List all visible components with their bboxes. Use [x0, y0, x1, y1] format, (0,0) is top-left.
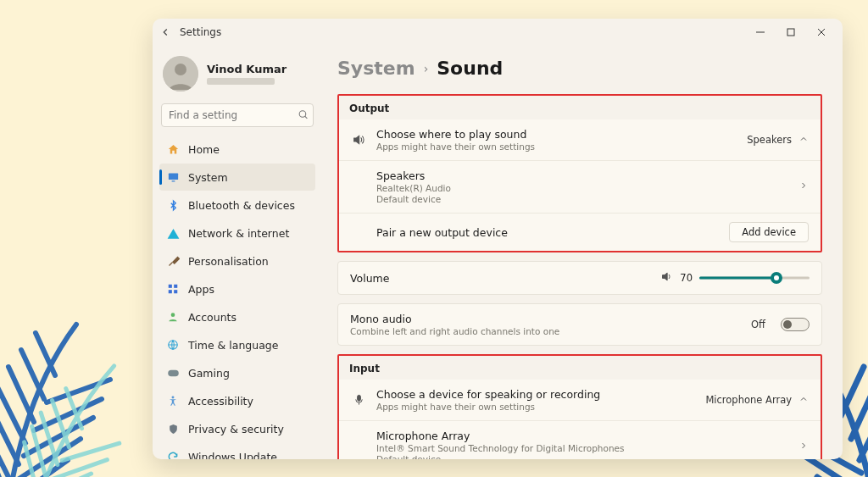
- mono-audio-toggle[interactable]: [781, 318, 810, 331]
- mono-audio-row[interactable]: Mono audio Combine left and right audio …: [337, 303, 822, 346]
- minimize-button[interactable]: [746, 22, 775, 42]
- svg-rect-9: [169, 290, 172, 293]
- sidebar-item-accessibility[interactable]: Accessibility: [159, 387, 315, 414]
- svg-point-3: [175, 64, 186, 75]
- sidebar-item-network[interactable]: Network & internet: [159, 219, 315, 247]
- sidebar-item-label: Gaming: [188, 367, 230, 380]
- person-icon: [166, 310, 180, 324]
- sidebar-item-label: Bluetooth & devices: [188, 199, 295, 212]
- svg-rect-13: [168, 369, 179, 376]
- sidebar-item-time-language[interactable]: Time & language: [159, 331, 315, 358]
- output-volume-label: Volume: [350, 272, 650, 285]
- input-choose-sub: Apps might have their own settings: [376, 402, 695, 412]
- output-pair-row: Pair a new output device Add device: [339, 213, 821, 251]
- input-device-name: Microphone Array: [376, 430, 788, 442]
- output-pair-label: Pair a new output device: [376, 226, 719, 239]
- svg-point-14: [172, 396, 175, 398]
- mono-audio-state: Off: [751, 319, 765, 330]
- mono-audio-sub: Combine left and right audio channels in…: [350, 326, 741, 336]
- sidebar-item-label: Windows Update: [188, 451, 277, 460]
- avatar: [163, 56, 198, 92]
- svg-rect-7: [169, 285, 172, 288]
- sidebar-item-label: Home: [188, 143, 220, 156]
- home-icon: [166, 142, 180, 156]
- search-box[interactable]: [161, 103, 314, 127]
- add-output-device-button[interactable]: Add device: [729, 222, 809, 242]
- sidebar-item-label: Accounts: [188, 311, 236, 324]
- user-profile[interactable]: Vinod Kumar: [159, 51, 315, 100]
- output-volume-row[interactable]: Volume 70: [337, 261, 822, 295]
- settings-window: Settings Vinod Kumar: [153, 19, 843, 459]
- chevron-right-icon: [798, 441, 809, 453]
- input-section-label: Input: [341, 359, 821, 374]
- user-email-redacted: [207, 78, 275, 85]
- output-device-name: Speakers: [376, 169, 788, 182]
- output-choose-row[interactable]: Choose where to play sound Apps might ha…: [339, 119, 821, 160]
- output-choose-sub: Apps might have their own settings: [376, 141, 737, 152]
- search-input[interactable]: [161, 103, 314, 127]
- search-icon: [298, 108, 309, 124]
- sidebar-item-windows-update[interactable]: Windows Update: [159, 443, 315, 459]
- svg-rect-5: [168, 173, 177, 180]
- input-device-row[interactable]: Microphone Array Intel® Smart Sound Tech…: [339, 420, 821, 459]
- input-device-driver: Intel® Smart Sound Technology for Digita…: [376, 443, 788, 453]
- output-device-status: Default device: [376, 194, 788, 204]
- sidebar-item-label: Accessibility: [188, 395, 253, 408]
- sidebar: Vinod Kumar Home System: [153, 46, 322, 459]
- back-button[interactable]: [159, 26, 171, 38]
- chevron-up-icon: [798, 134, 809, 147]
- sidebar-item-label: Time & language: [188, 339, 278, 352]
- brush-icon: [166, 254, 180, 268]
- output-highlight: Output Choose where to play sound Apps m…: [337, 94, 822, 252]
- sidebar-item-home[interactable]: Home: [159, 136, 315, 163]
- titlebar: Settings: [153, 19, 843, 46]
- wifi-icon: [166, 226, 180, 240]
- shield-icon: [166, 422, 180, 435]
- close-button[interactable]: [807, 22, 836, 42]
- bluetooth-icon: [166, 198, 180, 212]
- sidebar-item-label: Privacy & security: [188, 423, 284, 435]
- svg-rect-8: [174, 285, 177, 288]
- svg-point-4: [299, 111, 306, 118]
- accessibility-icon: [166, 394, 180, 408]
- sidebar-item-personalisation[interactable]: Personalisation: [159, 247, 315, 275]
- sidebar-item-system[interactable]: System: [159, 164, 315, 191]
- input-choose-row[interactable]: Choose a device for speaking or recordin…: [339, 380, 821, 420]
- input-highlight: Input Choose a device for speaking or re…: [337, 354, 822, 459]
- sidebar-nav: Home System Bluetooth & devices Network …: [159, 136, 315, 459]
- update-icon: [166, 450, 180, 459]
- sidebar-item-label: System: [188, 171, 228, 184]
- svg-point-11: [171, 313, 175, 317]
- maximize-button[interactable]: [776, 22, 805, 42]
- game-icon: [166, 366, 180, 380]
- input-selected-device: Microphone Array: [705, 394, 792, 406]
- main-content: System › Sound Output Choose where to pl…: [322, 46, 843, 459]
- output-section-label: Output: [341, 99, 821, 114]
- apps-icon: [166, 282, 180, 296]
- output-device-row[interactable]: Speakers Realtek(R) Audio Default device: [339, 160, 821, 213]
- user-name: Vinod Kumar: [207, 63, 287, 75]
- chevron-right-icon: ›: [424, 62, 429, 75]
- svg-rect-10: [174, 290, 177, 293]
- breadcrumb: System › Sound: [337, 58, 822, 79]
- chevron-right-icon: [798, 180, 809, 193]
- sidebar-item-privacy[interactable]: Privacy & security: [159, 415, 315, 442]
- sidebar-item-apps[interactable]: Apps: [159, 275, 315, 302]
- monitor-icon: [166, 170, 180, 184]
- input-device-status: Default device: [376, 454, 788, 459]
- sidebar-item-gaming[interactable]: Gaming: [159, 359, 315, 386]
- sidebar-item-accounts[interactable]: Accounts: [159, 303, 315, 330]
- app-title: Settings: [180, 26, 221, 38]
- sidebar-item-bluetooth[interactable]: Bluetooth & devices: [159, 191, 315, 219]
- svg-rect-1: [787, 29, 794, 36]
- output-selected-device: Speakers: [747, 134, 792, 146]
- mono-audio-title: Mono audio: [350, 313, 741, 325]
- svg-rect-15: [357, 395, 360, 401]
- breadcrumb-current: Sound: [437, 58, 503, 79]
- input-choose-title: Choose a device for speaking or recordin…: [376, 388, 695, 401]
- output-volume-slider[interactable]: [699, 272, 810, 284]
- output-choose-title: Choose where to play sound: [376, 128, 737, 141]
- speaker-icon: [351, 133, 366, 147]
- breadcrumb-parent[interactable]: System: [337, 58, 415, 79]
- sidebar-item-label: Personalisation: [188, 255, 269, 268]
